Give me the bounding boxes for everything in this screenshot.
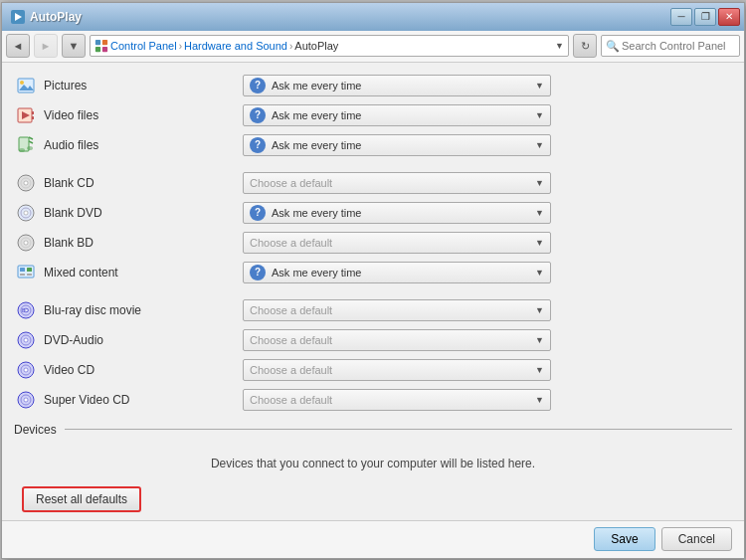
- svg-rect-29: [27, 268, 32, 272]
- bluray-movie-row: BD Blu-ray disc movie Choose a default ▼: [14, 295, 732, 325]
- pictures-dropdown[interactable]: ? Ask me every time ▼: [243, 75, 551, 96]
- blank-bd-dropdown-arrow: ▼: [535, 238, 544, 248]
- svg-point-22: [24, 211, 28, 215]
- mixed-content-label: Mixed content: [44, 266, 243, 280]
- close-button[interactable]: ✕: [718, 8, 740, 26]
- forward-button[interactable]: ►: [34, 34, 58, 58]
- super-video-cd-dropdown[interactable]: Choose a default ▼: [243, 389, 551, 411]
- reset-button-container: Reset all defaults: [14, 486, 732, 520]
- svg-text:BD: BD: [22, 307, 29, 313]
- pictures-dropdown-text: Ask me every time: [272, 80, 531, 92]
- audio-files-label: Audio files: [44, 138, 243, 152]
- svg-point-7: [20, 81, 24, 85]
- window-controls: ─ ❐ ✕: [670, 8, 740, 26]
- dvd-audio-row: DVD-Audio Choose a default ▼: [14, 325, 732, 355]
- audio-files-icon: [16, 135, 36, 155]
- blank-cd-row: Blank CD Choose a default ▼: [14, 168, 732, 198]
- restore-button[interactable]: ❐: [694, 8, 716, 26]
- super-video-cd-dropdown-text: Choose a default: [250, 394, 531, 406]
- bottom-bar: Save Cancel: [2, 520, 744, 558]
- video-files-icon: [16, 105, 36, 125]
- title-bar-left: AutoPlay: [10, 9, 82, 25]
- svg-point-25: [24, 241, 28, 245]
- video-files-dropdown[interactable]: ? Ask me every time ▼: [243, 104, 551, 126]
- dvd-audio-label: DVD-Audio: [44, 333, 243, 347]
- mixed-content-dropdown[interactable]: ? Ask me every time ▼: [243, 262, 551, 283]
- save-button[interactable]: Save: [594, 527, 654, 551]
- devices-separator: [65, 429, 732, 430]
- svg-rect-4: [95, 47, 100, 52]
- video-files-dropdown-text: Ask me every time: [272, 109, 531, 121]
- bluray-movie-dropdown[interactable]: Choose a default ▼: [243, 299, 551, 321]
- blank-cd-icon: [16, 173, 36, 193]
- super-video-cd-dropdown-arrow: ▼: [535, 395, 544, 405]
- svg-point-15: [27, 146, 33, 150]
- dvd-audio-icon: [16, 330, 36, 350]
- audio-files-dropdown-arrow: ▼: [535, 140, 544, 150]
- devices-section: Devices Devices that you connect to your…: [14, 423, 732, 520]
- pictures-icon: [16, 76, 36, 95]
- breadcrumb-arrow: ▼: [555, 41, 564, 51]
- breadcrumb-hardware-sound[interactable]: Hardware and Sound: [184, 40, 287, 52]
- search-input[interactable]: [622, 40, 735, 52]
- svg-rect-11: [32, 116, 34, 119]
- devices-header: Devices: [14, 423, 732, 437]
- cancel-button[interactable]: Cancel: [661, 527, 732, 551]
- blank-dvd-dropdown-arrow: ▼: [535, 208, 544, 218]
- blank-bd-dropdown[interactable]: Choose a default ▼: [243, 232, 551, 254]
- pictures-dropdown-icon: ?: [250, 78, 266, 93]
- svg-point-40: [24, 368, 28, 372]
- svg-rect-2: [95, 40, 100, 45]
- address-dropdown-button[interactable]: ▼: [62, 34, 86, 58]
- blank-dvd-icon: [16, 203, 36, 223]
- audio-files-dropdown[interactable]: ? Ask me every time ▼: [243, 134, 551, 156]
- mixed-content-dropdown-icon: ?: [250, 265, 266, 280]
- mixed-content-dropdown-text: Ask me every time: [272, 267, 531, 279]
- back-button[interactable]: ◄: [6, 34, 30, 58]
- title-bar: AutoPlay ─ ❐ ✕: [2, 3, 744, 31]
- svg-rect-30: [20, 274, 25, 276]
- audio-files-row: Audio files ? Ask me every time ▼: [14, 130, 732, 160]
- video-cd-icon: [16, 360, 36, 380]
- blank-dvd-label: Blank DVD: [44, 206, 243, 220]
- audio-files-dropdown-text: Ask me every time: [272, 139, 531, 151]
- blank-cd-dropdown[interactable]: Choose a default ▼: [243, 172, 551, 194]
- svg-point-14: [19, 148, 25, 152]
- search-icon: 🔍: [606, 40, 620, 53]
- dvd-audio-dropdown[interactable]: Choose a default ▼: [243, 329, 551, 351]
- pictures-dropdown-arrow: ▼: [535, 81, 544, 91]
- svg-line-16: [29, 137, 33, 139]
- spacer-1: [14, 160, 732, 168]
- blank-bd-label: Blank BD: [44, 236, 243, 250]
- bluray-movie-icon: BD: [16, 300, 36, 320]
- super-video-cd-label: Super Video CD: [44, 393, 243, 407]
- refresh-button[interactable]: ↻: [573, 34, 597, 58]
- blank-cd-dropdown-arrow: ▼: [535, 178, 544, 188]
- svg-rect-27: [18, 266, 34, 278]
- svg-point-19: [24, 181, 28, 185]
- breadcrumb-control-panel[interactable]: Control Panel: [110, 40, 177, 52]
- bluray-movie-dropdown-text: Choose a default: [250, 304, 531, 316]
- devices-label: Devices: [14, 423, 57, 437]
- dvd-audio-dropdown-arrow: ▼: [535, 335, 544, 345]
- minimize-button[interactable]: ─: [670, 8, 692, 26]
- svg-rect-3: [102, 40, 107, 45]
- window-title: AutoPlay: [30, 10, 82, 24]
- pictures-label: Pictures: [44, 79, 243, 93]
- video-cd-dropdown[interactable]: Choose a default ▼: [243, 359, 551, 381]
- devices-info-text: Devices that you connect to your compute…: [14, 445, 732, 486]
- search-box[interactable]: 🔍: [601, 35, 740, 57]
- blank-dvd-dropdown-icon: ?: [250, 205, 266, 221]
- spacer-2: [14, 287, 732, 295]
- dvd-audio-dropdown-text: Choose a default: [250, 334, 531, 346]
- video-files-dropdown-arrow: ▼: [535, 110, 544, 120]
- scrollable-content[interactable]: Pictures ? Ask me every time ▼: [2, 63, 744, 520]
- mixed-content-dropdown-arrow: ▼: [535, 268, 544, 278]
- video-cd-dropdown-text: Choose a default: [250, 364, 531, 376]
- svg-rect-5: [102, 47, 107, 52]
- svg-line-17: [29, 141, 33, 143]
- reset-all-defaults-button[interactable]: Reset all defaults: [22, 486, 141, 512]
- blank-dvd-dropdown[interactable]: ? Ask me every time ▼: [243, 202, 551, 224]
- content-area: Pictures ? Ask me every time ▼: [2, 63, 744, 520]
- breadcrumb-bar: Control Panel › Hardware and Sound › Aut…: [90, 35, 569, 57]
